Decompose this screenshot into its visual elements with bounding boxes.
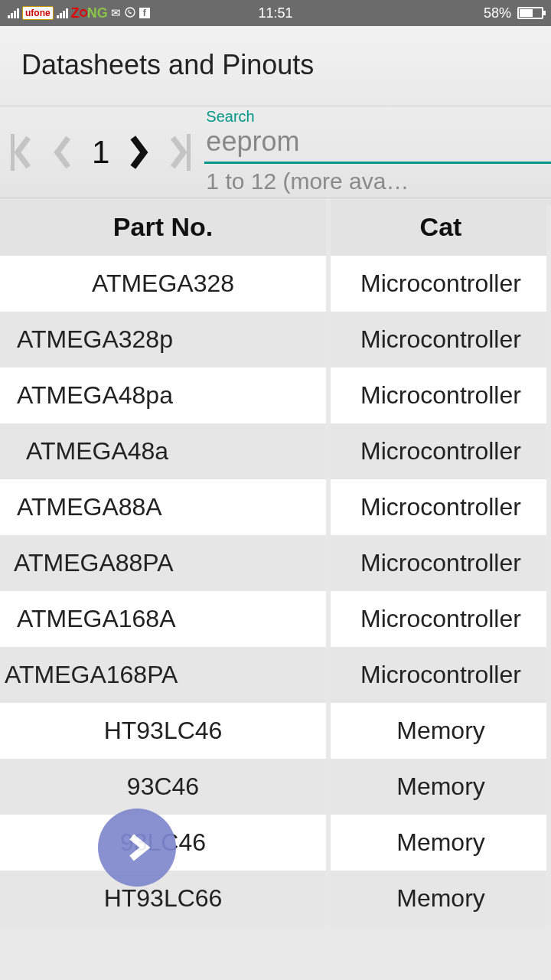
cell-part-no: ATMEGA48a <box>0 423 331 479</box>
cell-category: Memory <box>331 703 551 759</box>
results-table: Part No. Cat ATMEGA328MicrocontrollerATM… <box>0 198 551 926</box>
cell-part-no: ATMEGA328p <box>0 312 331 368</box>
facebook-icon: f <box>139 8 150 18</box>
cell-part-no: ATMEGA48pa <box>0 368 331 423</box>
table-header: Part No. Cat <box>0 198 551 256</box>
table-row[interactable]: ATMEGA168AMicrocontroller <box>0 591 551 647</box>
col-part-no: Part No. <box>0 198 331 256</box>
carrier-badge-ufone: ufone <box>22 6 54 20</box>
table-row[interactable]: ATMEGA48paMicrocontroller <box>0 368 551 423</box>
app-header: Datasheets and Pinouts <box>0 26 551 106</box>
result-count: 1 to 12 (more ava… <box>204 168 551 194</box>
gmail-icon: ✉ <box>111 6 121 20</box>
cell-part-no: HT93LC46 <box>0 703 331 759</box>
cell-part-no: ATMEGA328 <box>0 256 331 312</box>
cell-category: Microcontroller <box>331 647 551 703</box>
prev-page-button[interactable] <box>43 106 83 198</box>
table-row[interactable]: HT93LC46Memory <box>0 703 551 759</box>
carrier-badge-zong: ZNG <box>71 5 108 21</box>
table-row[interactable]: ATMEGA168PAMicrocontroller <box>0 647 551 703</box>
cell-category: Microcontroller <box>331 591 551 647</box>
cell-category: Microcontroller <box>331 479 551 535</box>
table-row[interactable]: ATMEGA328Microcontroller <box>0 256 551 312</box>
floating-next-button[interactable] <box>98 808 176 887</box>
cell-part-no: ATMEGA168A <box>0 591 331 647</box>
cell-category: Microcontroller <box>331 312 551 368</box>
search-area: Search 1 to 12 (more ava… <box>201 106 551 198</box>
cell-category: Memory <box>331 759 551 815</box>
cell-part-no: 93C46 <box>0 759 331 815</box>
whatsapp-icon <box>124 6 136 21</box>
cell-part-no: ATMEGA88PA <box>0 535 331 591</box>
toolbar: 1 Search 1 to 12 (more ava… <box>0 106 551 198</box>
col-category: Cat <box>331 198 551 256</box>
last-page-button[interactable] <box>158 106 198 198</box>
next-page-button[interactable] <box>119 106 158 198</box>
first-page-button[interactable] <box>3 106 43 198</box>
cell-category: Microcontroller <box>331 535 551 591</box>
cell-category: Memory <box>331 871 551 926</box>
cell-category: Memory <box>331 815 551 871</box>
signal-icon-1 <box>8 8 19 18</box>
table-row[interactable]: 93LC46Memory <box>0 815 551 871</box>
cell-part-no: ATMEGA88A <box>0 479 331 535</box>
cell-part-no: HT93LC66 <box>0 871 331 926</box>
page-title: Datasheets and Pinouts <box>21 49 530 81</box>
table-row[interactable]: 93C46Memory <box>0 759 551 815</box>
status-bar: ufone ZNG ✉ f 11:51 58% <box>0 0 551 26</box>
signal-icon-2 <box>57 8 68 18</box>
current-page: 1 <box>83 134 119 171</box>
svg-point-0 <box>126 8 135 17</box>
scroll-edge <box>546 205 551 980</box>
table-row[interactable]: ATMEGA88PAMicrocontroller <box>0 535 551 591</box>
pager: 1 <box>0 106 201 198</box>
cell-part-no: ATMEGA168PA <box>0 647 331 703</box>
table-row[interactable]: HT93LC66Memory <box>0 871 551 926</box>
cell-category: Microcontroller <box>331 423 551 479</box>
table-row[interactable]: ATMEGA88AMicrocontroller <box>0 479 551 535</box>
table-row[interactable]: ATMEGA48aMicrocontroller <box>0 423 551 479</box>
cell-category: Microcontroller <box>331 256 551 312</box>
cell-category: Microcontroller <box>331 368 551 423</box>
search-label: Search <box>206 108 254 126</box>
search-input[interactable] <box>204 122 549 162</box>
status-time: 11:51 <box>258 5 292 21</box>
battery-icon <box>517 7 543 19</box>
battery-percent: 58% <box>484 5 511 21</box>
table-row[interactable]: ATMEGA328pMicrocontroller <box>0 312 551 368</box>
